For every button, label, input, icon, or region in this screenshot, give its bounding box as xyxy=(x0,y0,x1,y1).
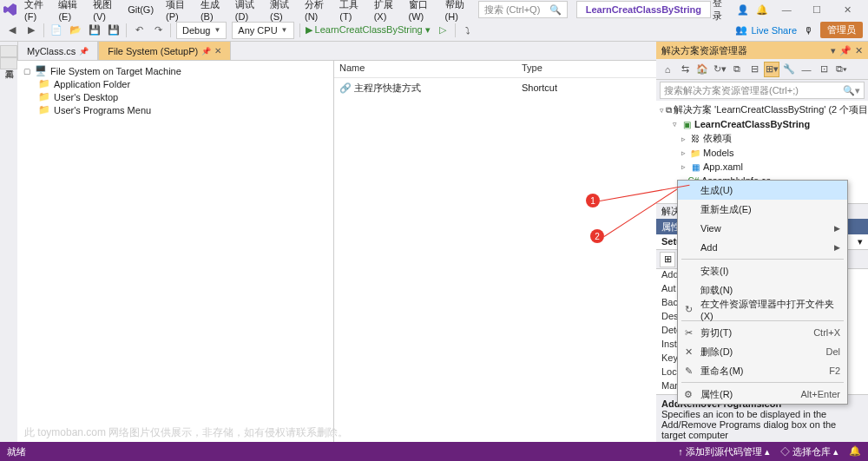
feedback-icon[interactable]: 🎙 xyxy=(804,25,813,36)
project-node[interactable]: ▿▣LearnCreatClassByString xyxy=(656,117,868,131)
solution-explorer-title: 解决方案资源管理器 ▾📌✕ xyxy=(656,42,868,59)
context-menu-item[interactable]: 安装(I) xyxy=(678,261,847,280)
filter-icon[interactable]: ⊡ xyxy=(816,62,832,77)
preview-icon[interactable]: ⧉▾ xyxy=(833,62,849,77)
watermark-text: 此 toymoban.com 网络图片仅供展示，非存储，如有侵权请联系删除。 xyxy=(24,425,348,440)
config-dropdown[interactable]: Debug▼ xyxy=(176,22,227,39)
col-type[interactable]: Type xyxy=(516,61,548,77)
tree-root[interactable]: ▢🖥️File System on Target Machine xyxy=(23,64,328,77)
toolbox-tab[interactable]: 工具箱 xyxy=(0,57,17,69)
tree-node[interactable]: ▹▦App.xaml xyxy=(656,160,868,174)
status-ready: 就绪 xyxy=(7,445,26,458)
sync-icon[interactable]: 🏠 xyxy=(694,62,710,77)
undo-icon[interactable]: ↶ xyxy=(132,23,146,37)
tree-node[interactable]: 📁User's Desktop xyxy=(23,90,328,103)
server-explorer-tab[interactable]: 服务器资源管理器 xyxy=(0,45,17,57)
new-project-icon[interactable]: 📄 xyxy=(49,23,63,37)
save-all-icon[interactable]: 💾 xyxy=(107,23,121,37)
vs-logo-icon xyxy=(3,2,17,17)
context-menu-item[interactable]: View▶ xyxy=(678,219,847,238)
context-menu-item[interactable]: ⚙属性(R)Alt+Enter xyxy=(678,385,847,404)
menu-test[interactable]: 测试(S) xyxy=(265,0,298,23)
save-icon[interactable]: 💾 xyxy=(88,23,102,37)
close-button[interactable]: ✕ xyxy=(836,4,859,16)
menu-analyze[interactable]: 分析(N) xyxy=(299,0,332,23)
tree-node[interactable]: ▹📁Models xyxy=(656,146,868,160)
chevron-down-icon: ▾ xyxy=(858,236,863,247)
pin-icon[interactable]: 📌 xyxy=(201,47,211,56)
sign-in-link[interactable]: 登录 xyxy=(713,0,730,23)
notifications-icon[interactable]: 🔔 xyxy=(756,4,768,16)
menu-extensions[interactable]: 扩展(X) xyxy=(369,0,402,23)
context-menu-item[interactable]: 重新生成(E) xyxy=(678,200,847,219)
context-menu-item[interactable]: 生成(U) xyxy=(678,181,847,200)
panel-close-icon[interactable]: ✕ xyxy=(855,45,863,56)
search-icon: 🔍▾ xyxy=(843,85,860,96)
startup-project-selector[interactable]: LearnCreatClassByString xyxy=(576,1,711,18)
pending-icon[interactable]: ⊟ xyxy=(746,62,762,77)
start-debug-button[interactable]: ▶ LearnCreatClassByString ▾ xyxy=(306,24,431,36)
solution-root[interactable]: ▿⧉解决方案 'LearnCreatClassByString' (2 个项目，… xyxy=(656,102,868,117)
nav-back-icon[interactable]: ◀ xyxy=(5,23,19,37)
menu-window[interactable]: 窗口(W) xyxy=(404,0,438,23)
menu-file[interactable]: 文件(F) xyxy=(19,0,51,23)
menu-git[interactable]: Git(G) xyxy=(122,3,159,16)
start-nodebug-icon[interactable]: ▷ xyxy=(436,23,450,37)
project-icon: ▣ xyxy=(681,118,693,130)
platform-dropdown[interactable]: Any CPU▼ xyxy=(232,22,293,39)
menu-project[interactable]: 项目(P) xyxy=(161,0,194,23)
live-share-button[interactable]: 👥 Live Share xyxy=(735,24,797,36)
step-icon[interactable]: ⤵ xyxy=(461,23,475,37)
home-icon[interactable]: ⌂ xyxy=(660,62,675,77)
context-menu-item[interactable]: ✂剪切(T)Ctrl+X xyxy=(678,323,847,342)
filesystem-tree-pane: ▢🖥️File System on Target Machine 📁Applic… xyxy=(17,61,334,444)
tree-node[interactable]: 📁User's Programs Menu xyxy=(23,103,328,116)
search-input[interactable]: 搜索 (Ctrl+Q)🔍 xyxy=(478,1,568,18)
nav-fwd-icon[interactable]: ▶ xyxy=(24,23,38,37)
redo-icon[interactable]: ↷ xyxy=(151,23,165,37)
shortcut-icon: 🔗 xyxy=(339,82,352,93)
properties-icon[interactable]: — xyxy=(799,62,814,77)
menu-build[interactable]: 生成(B) xyxy=(195,0,228,23)
maximize-button[interactable]: ☐ xyxy=(806,4,829,16)
menu-item-icon: ⚙ xyxy=(681,389,695,400)
menu-help[interactable]: 帮助(H) xyxy=(440,0,473,23)
status-source-control[interactable]: ↑ 添加到源代码管理 ▴ xyxy=(678,445,770,458)
pin-icon[interactable]: 📌 xyxy=(79,47,89,56)
menu-item-icon: ↻ xyxy=(681,304,695,315)
context-menu-item[interactable]: ✕删除(D)Del xyxy=(678,342,847,361)
open-icon[interactable]: 📂 xyxy=(69,23,82,37)
menu-bar: 文件(F) 编辑(E) 视图(V) Git(G) 项目(P) 生成(B) 调试(… xyxy=(0,0,868,19)
tree-node[interactable]: 📁Application Folder xyxy=(23,77,328,90)
panel-menu-icon[interactable]: ▾ xyxy=(831,45,836,56)
solution-search-input[interactable]: 搜索解决方案资源管理器(Ctrl+;)🔍▾ xyxy=(660,82,865,99)
menu-debug[interactable]: 调试(D) xyxy=(230,0,263,23)
collapse-icon[interactable]: ⇆ xyxy=(677,62,693,77)
menu-item-icon: ✕ xyxy=(681,346,695,358)
menu-tools[interactable]: 工具(T) xyxy=(334,0,366,23)
context-menu-item[interactable]: ↻在文件资源管理器中打开文件夹(X) xyxy=(678,300,847,319)
context-menu-item[interactable]: Add▶ xyxy=(678,238,847,257)
account-icon[interactable]: 👤 xyxy=(737,4,749,16)
wrench-icon[interactable]: 🔧 xyxy=(781,62,797,77)
tab-filesystem-active[interactable]: File System (SetupP)📌✕ xyxy=(98,41,231,60)
view-icon[interactable]: ⊞▾ xyxy=(764,62,779,77)
menu-edit[interactable]: 编辑(E) xyxy=(53,0,86,23)
computer-icon: 🖥️ xyxy=(35,65,47,76)
list-item[interactable]: 🔗 主程序快捷方式 Shortcut xyxy=(334,80,656,95)
refresh-icon[interactable]: ↻▾ xyxy=(712,62,727,77)
tree-node[interactable]: ▹⛓依赖项 xyxy=(656,131,868,146)
tab-myclass[interactable]: MyClass.cs📌 xyxy=(17,41,98,60)
status-repo[interactable]: ◇ 选择仓库 ▴ xyxy=(780,445,838,458)
context-menu-item[interactable]: ✎重命名(M)F2 xyxy=(678,361,847,380)
folder-icon: 📁 xyxy=(38,104,50,115)
menu-view[interactable]: 视图(V) xyxy=(88,0,121,23)
minimize-button[interactable]: — xyxy=(775,4,799,15)
context-menu: 生成(U)重新生成(E)View▶Add▶安装(I)卸载(N)↻在文件资源管理器… xyxy=(677,180,848,405)
categorized-icon[interactable]: ⊞ xyxy=(660,252,675,267)
tab-close-icon[interactable]: ✕ xyxy=(214,46,221,56)
status-notifications-icon[interactable]: 🔔 xyxy=(849,445,861,458)
col-name[interactable]: Name xyxy=(334,61,516,77)
pin-icon[interactable]: 📌 xyxy=(839,45,852,56)
show-all-icon[interactable]: ⧉ xyxy=(729,62,745,77)
